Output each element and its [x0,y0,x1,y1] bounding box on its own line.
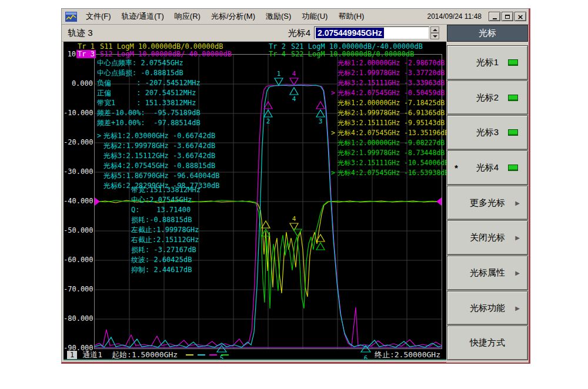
close-button[interactable] [514,12,526,21]
marker-flag-number: 4 [292,70,296,78]
filter-stat-line: 左截止:1.99978GHz [131,225,201,235]
filter-stat-line: 纹波: 2.60425dB [131,255,201,265]
trace-dash-swatch [186,354,193,356]
legend-trace-1[interactable]: Tr 1S11 LogM 10.00000dB/0.00000dB [76,42,223,51]
led-indicator [508,129,518,136]
readout-line: 带宽1 : 151.33812MHz [97,98,201,108]
marker-flag-4[interactable] [290,88,298,95]
marker-readout-row: 光标3:2.15112GHz -3.66742dB [97,151,219,161]
softkey-marker4-button[interactable]: *光标4 [447,150,528,185]
legend-trace-4[interactable]: Tr 4S22 LogM 10.00000dB/0.00000dB [268,50,414,58]
menu-stimulus[interactable]: 激励(S) [260,9,296,24]
y-axis-tick-label: -80.000 [64,314,93,323]
menu-help[interactable]: 帮助(H) [333,9,369,24]
plot-area: 144234 中心点频率: 2.07545GHz中心点插损: -0.88815d… [94,54,442,349]
trace-marker-row: 光标2:1.99978GHz -3.37720dB [331,68,446,78]
trace-marker-row: 光标3:2.15111GHz -10.54006dB [331,158,446,168]
menu-bar: 文件(F)轨迹/通道(T)响应(R)光标/分析(M)激励(S)功能(U)帮助(H… [62,9,529,25]
toolbar: 轨迹 3 光标4 2.075449945GHz [62,25,446,42]
trace-marker-row: >光标4:2.07545GHz -0.50459dB [331,88,446,98]
marker-readout-row: >光标1:2.03000GHz -0.66742dB [97,131,219,141]
led-indicator [508,165,518,171]
menu-response[interactable]: 响应(R) [169,9,206,24]
softkey-label: 光标1 [476,57,499,68]
ref-level-arrow-right [436,197,442,206]
menu-file[interactable]: 文件(F) [81,9,116,24]
active-row-arrow: > [97,131,103,141]
active-row-arrow: > [331,168,338,178]
submenu-arrow-icon: ▶ [515,234,520,241]
y-axis-tick-label: -40.000 [64,197,93,205]
softkey-label: 更多光标 [470,197,505,209]
readout-line: 中心点频率: 2.07545GHz [97,58,201,68]
minimize-icon [493,18,497,19]
trace-marker-text: 光标4:2.07545GHz -16.53938dB [338,169,446,177]
marker-flag[interactable] [316,243,325,250]
trace-marker-row: 光标1:2.00000GHz -2.98670dB [331,58,446,68]
marker-flag-number: 3 [319,118,323,125]
trace-id-badge: Tr 3 [76,50,96,58]
trace-description: S21 LogM 10.00000dB/-40.00000dB [291,42,423,51]
trace-marker-text: 光标1:2.00000GHz -2.98670dB [338,59,445,67]
axis-marker-triangle [361,346,370,352]
axis-marker-5[interactable]: 5 [216,344,227,360]
softkey-marker1-button[interactable]: 光标1 [447,45,528,80]
trace-selector[interactable]: 轨迹 3 [62,28,93,39]
trace-marker-row: 光标2:1.99978GHz -6.91365dB [331,108,446,118]
spinner-up-icon[interactable] [430,26,439,33]
marker-list-block: >光标1:2.03000GHz -0.66742dB光标2:1.99978GHz… [97,131,219,191]
softkey-shortcut-button[interactable]: 快捷方式 [447,326,528,360]
marker-flag[interactable] [316,102,325,109]
axis-marker-number: 6 [360,355,371,360]
ref-level-arrow-left [95,197,100,206]
softkey-marker2-button[interactable]: 光标2 [447,81,528,115]
axis-marker-6[interactable]: 6 [360,344,371,360]
marker-readout-text: 光标5:1.86790GHz -96.64004dB [103,172,219,180]
readout-line: 负偏 : -207.54512MHz [97,78,201,88]
channel-number-badge: 1 [67,351,77,359]
marker-flag-number: 2 [266,118,270,125]
active-marker-asterisk: * [455,163,458,173]
bandwidth-readout-block: 中心点频率: 2.07545GHz中心点插损: -0.88815dB负偏 : -… [97,58,201,128]
spinner-down-icon[interactable] [430,33,439,39]
trace-id-badge: Tr 2 [268,42,287,51]
marker-flag[interactable] [262,221,270,228]
restore-button[interactable] [502,12,513,21]
softkey-panel: 光标 光标1光标2光标3*光标4更多光标▶关闭光标▶光标属性▶光标功能▶快捷方式 [446,25,529,363]
minimize-button[interactable] [489,12,500,21]
trace-marker-row: 光标1:2.00000GHz -9.08227dB [331,138,446,148]
filter-stat-line: 损耗: -3.27167dB [131,245,201,255]
menu-marker-analysis[interactable]: 光标/分析(M) [206,9,260,24]
readout-line: 频差-10.00%: -95.75189dB [97,108,201,118]
channel-label: 通道1 [82,350,102,360]
trace-marker-row: 光标2:1.99978GHz -8.73448dB [331,148,446,158]
softkey-marker3-button[interactable]: 光标3 [447,115,528,150]
y-axis-tick-label: -10.000 [64,109,93,117]
y-axis-tick-label: -70.000 [64,285,93,293]
y-axis-tick-label: -50.000 [64,226,93,234]
filter-stat-line: Q: 13.71400 [131,205,201,215]
submenu-arrow-icon: ▶ [515,200,520,206]
legend-trace-2[interactable]: Tr 2S21 LogM 10.00000dB/-40.00000dB [268,42,423,51]
marker-readout-text: 光标1:2.03000GHz -0.66742dB [103,132,215,140]
marker-frequency-input[interactable]: 2.075449945GHz [314,26,429,39]
trace-marker-row: 光标1:2.00000GHz -7.18425dB [331,98,446,108]
trace-marker-row: 光标3:2.15111GHz -9.95143dB [331,118,446,128]
y-axis-tick-label: -30.000 [64,167,93,176]
softkey-marker-functions-button[interactable]: 光标功能▶ [447,291,528,326]
trace-description: S22 LogM 10.00000dB/0.00000dB [291,50,415,58]
softkey-more-markers-button[interactable]: 更多光标▶ [447,186,528,220]
trace-marker-text: 光标3:2.15111GHz -10.54006dB [338,159,446,167]
trace-description: S12 LogM 10.00000dB/-40.00000dB [100,50,232,58]
display-area: Tr 1S11 LogM 10.00000dB/0.00000dBTr 2S21… [64,42,446,360]
softkey-marker-properties-button[interactable]: 光标属性▶ [447,256,528,290]
menu-items: 文件(F)轨迹/通道(T)响应(R)光标/分析(M)激励(S)功能(U)帮助(H… [81,9,369,24]
trace-marker-text: 光标4:2.07545GHz -13.35196dB [338,129,446,137]
legend-trace-3[interactable]: Tr 3S12 LogM 10.00000dB/-40.00000dB [76,50,232,58]
menu-utility[interactable]: 功能(U) [296,9,333,24]
restore-icon [505,15,510,19]
menu-trace-channel[interactable]: 轨迹/通道(T) [116,9,169,24]
softkey-markers-off-button[interactable]: 关闭光标▶ [447,220,528,255]
readout-line: 正偏 : 207.54512MHz [97,88,201,98]
marker-readout-text: 光标3:2.15112GHz -3.66742dB [103,152,215,160]
